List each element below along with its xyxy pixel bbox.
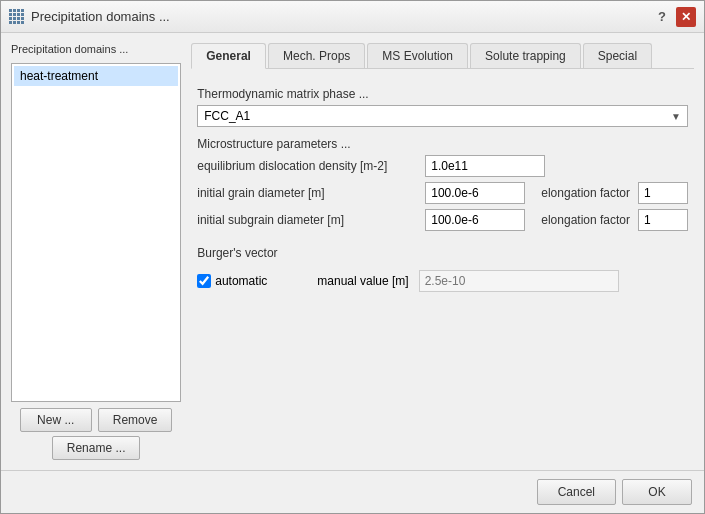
- tab-content-general: Thermodynamic matrix phase ... FCC_A1 ▼ …: [191, 77, 694, 460]
- precipitation-domains-dialog: Precipitation domains ... ? ✕ Precipitat…: [0, 0, 705, 514]
- manual-label: manual value [m]: [317, 274, 408, 288]
- auto-checkbox[interactable]: [197, 274, 211, 288]
- elongation-input-1[interactable]: [638, 182, 688, 204]
- tab-special[interactable]: Special: [583, 43, 652, 68]
- eq-disl-input[interactable]: [425, 155, 545, 177]
- title-bar: Precipitation domains ... ? ✕: [1, 1, 704, 33]
- grain-label: initial grain diameter [m]: [197, 186, 417, 200]
- new-button[interactable]: New ...: [20, 408, 92, 432]
- right-panel: General Mech. Props MS Evolution Solute …: [191, 43, 694, 460]
- burgers-section: Burger's vector automatic manual value […: [197, 246, 688, 292]
- rename-button[interactable]: Rename ...: [52, 436, 141, 460]
- tab-general[interactable]: General: [191, 43, 266, 69]
- tab-mech-props[interactable]: Mech. Props: [268, 43, 365, 68]
- close-button[interactable]: ✕: [676, 7, 696, 27]
- elongation-label-1: elongation factor: [541, 186, 630, 200]
- top-btn-row: New ... Remove: [20, 408, 173, 432]
- subgrain-input[interactable]: [425, 209, 525, 231]
- app-icon: [9, 9, 25, 25]
- left-panel: Precipitation domains ... heat-treatment…: [11, 43, 181, 460]
- title-bar-left: Precipitation domains ...: [9, 9, 170, 25]
- auto-checkbox-container: automatic: [197, 274, 267, 288]
- tab-ms-evolution[interactable]: MS Evolution: [367, 43, 468, 68]
- bottom-btn-row: Rename ...: [52, 436, 141, 460]
- micro-section: Microstructure parameters ... equilibriu…: [197, 137, 688, 236]
- dialog-footer: Cancel OK: [1, 470, 704, 513]
- help-button[interactable]: ?: [652, 7, 672, 27]
- dialog-title: Precipitation domains ...: [31, 9, 170, 24]
- dropdown-arrow-icon: ▼: [671, 111, 681, 122]
- auto-label: automatic: [215, 274, 267, 288]
- left-buttons: New ... Remove Rename ...: [11, 408, 181, 460]
- thermo-section: Thermodynamic matrix phase ... FCC_A1 ▼: [197, 87, 688, 127]
- burgers-label: Burger's vector: [197, 246, 688, 260]
- cancel-button[interactable]: Cancel: [537, 479, 616, 505]
- remove-button[interactable]: Remove: [98, 408, 173, 432]
- grain-input[interactable]: [425, 182, 525, 204]
- eq-disl-row: equilibrium dislocation density [m-2]: [197, 155, 688, 177]
- grain-row: initial grain diameter [m] elongation fa…: [197, 182, 688, 204]
- elongation-input-2[interactable]: [638, 209, 688, 231]
- thermo-dropdown[interactable]: FCC_A1 ▼: [197, 105, 688, 127]
- micro-section-label: Microstructure parameters ...: [197, 137, 688, 151]
- thermo-section-label: Thermodynamic matrix phase ...: [197, 87, 688, 101]
- burgers-row: automatic manual value [m]: [197, 270, 688, 292]
- subgrain-row: initial subgrain diameter [m] elongation…: [197, 209, 688, 231]
- tab-bar: General Mech. Props MS Evolution Solute …: [191, 43, 694, 69]
- list-item[interactable]: heat-treatment: [14, 66, 178, 86]
- subgrain-label: initial subgrain diameter [m]: [197, 213, 417, 227]
- eq-disl-label: equilibrium dislocation density [m-2]: [197, 159, 417, 173]
- thermo-dropdown-value: FCC_A1: [204, 109, 250, 123]
- dialog-body: Precipitation domains ... heat-treatment…: [1, 33, 704, 470]
- manual-input[interactable]: [419, 270, 619, 292]
- ok-button[interactable]: OK: [622, 479, 692, 505]
- elongation-label-2: elongation factor: [541, 213, 630, 227]
- tab-solute-trapping[interactable]: Solute trapping: [470, 43, 581, 68]
- left-panel-label: Precipitation domains ...: [11, 43, 181, 55]
- title-bar-right: ? ✕: [652, 7, 696, 27]
- domains-listbox[interactable]: heat-treatment: [11, 63, 181, 402]
